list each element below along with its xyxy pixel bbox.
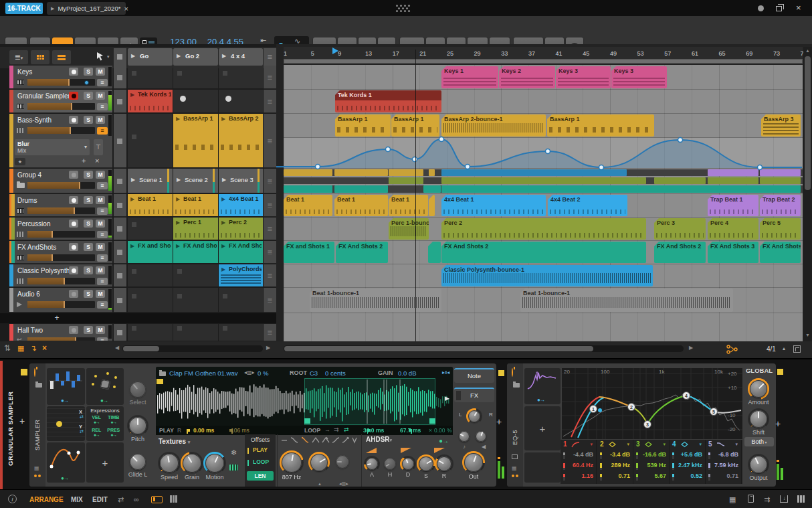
- scene-play-icon[interactable]: ▶: [131, 53, 135, 59]
- clip-slot-empty[interactable]: [173, 264, 218, 287]
- keytrack-amount-knob[interactable]: [459, 431, 470, 442]
- mix-view-button[interactable]: MIX: [71, 496, 83, 503]
- play-end-value[interactable]: 106 ms: [231, 427, 249, 434]
- project-tab-close-icon[interactable]: ×: [124, 5, 128, 13]
- eq5-mod-envelope-tile[interactable]: ●→: [524, 368, 561, 404]
- volume-fader[interactable]: [27, 79, 95, 86]
- glide-knob[interactable]: [130, 454, 146, 470]
- arranger-clip[interactable]: Beat 1-bounce-1: [520, 288, 733, 312]
- filter-freq-knob[interactable]: [282, 452, 302, 473]
- sampler-device-name[interactable]: SAMPLER: [34, 410, 41, 450]
- window-close-icon[interactable]: ×: [796, 3, 801, 13]
- expression-rel[interactable]: REL●→: [88, 428, 105, 440]
- auto-zoom-icon[interactable]: ▸‖◂: [442, 369, 449, 375]
- velocity-keyboard-icon[interactable]: ◂▥▸: [244, 369, 255, 375]
- arranger-clip[interactable]: Tek Kords 1: [335, 90, 441, 112]
- launcher-clip[interactable]: ▶FX And Sho...: [173, 241, 218, 264]
- record-arm-button[interactable]: [69, 266, 78, 274]
- pitch-knob[interactable]: [129, 417, 146, 434]
- project-tab[interactable]: ▶ MyProject_16T_2020* ×: [47, 2, 126, 15]
- automation-pin-button[interactable]: ⊤: [94, 139, 103, 155]
- arranger-scroll-right-icon[interactable]: ▶: [689, 345, 693, 351]
- keytrack-icon[interactable]: [229, 464, 238, 471]
- eq5-preset-icon[interactable]: [513, 383, 520, 388]
- volume-fader[interactable]: [27, 127, 95, 134]
- clip-menu-cell[interactable]: ≣: [264, 169, 276, 193]
- app-tab[interactable]: 16-TRACK: [5, 3, 43, 14]
- clip-menu-cell[interactable]: ≣: [264, 241, 276, 264]
- record-arm-button[interactable]: [69, 116, 78, 124]
- select-knob[interactable]: [130, 382, 146, 398]
- offset-play[interactable]: PLAY: [247, 446, 273, 455]
- env-r-knob[interactable]: [437, 456, 451, 471]
- launcher-hscrollbar[interactable]: [122, 345, 263, 352]
- track-menu-button[interactable]: ≡: [97, 254, 108, 262]
- gain-value[interactable]: 0.0 dB: [398, 369, 416, 377]
- arranger-clip[interactable]: Beat 1: [389, 195, 428, 216]
- arranger-clip[interactable]: Perc 3: [654, 218, 706, 240]
- track-row[interactable]: Granular SamplerSM≡: [9, 90, 112, 113]
- single-panel-layout-icon[interactable]: [151, 496, 163, 503]
- clip-play-icon[interactable]: ▶: [221, 116, 225, 122]
- track-menu-button[interactable]: ≡: [97, 207, 108, 215]
- dual-display-icon[interactable]: ⇄: [118, 495, 124, 504]
- solo-button[interactable]: S: [84, 171, 93, 179]
- speed-knob[interactable]: [160, 454, 179, 473]
- motion-knob[interactable]: [205, 454, 224, 473]
- arranger-zoombar[interactable]: [284, 59, 803, 64]
- clip-menu-cell[interactable]: ≣: [264, 90, 276, 113]
- scroll-down-icon[interactable]: ▼: [805, 333, 810, 337]
- clip-play-icon[interactable]: ▶: [221, 243, 225, 249]
- track-scroll-swap-icon[interactable]: ⇅: [4, 343, 11, 353]
- group-clip-segment[interactable]: [441, 185, 801, 193]
- clip-stop-cell[interactable]: [114, 241, 126, 264]
- eq-band-q-value[interactable]: 0.71: [618, 473, 630, 479]
- mod-add-tile[interactable]: +: [86, 442, 124, 483]
- scene-play-icon[interactable]: ▶: [177, 177, 181, 183]
- group-clip-segment[interactable]: [760, 169, 801, 176]
- clip-stop-cell[interactable]: [114, 288, 126, 313]
- eq-band-gain-value[interactable]: -3.4 dB: [610, 451, 630, 458]
- eq-band-handle[interactable]: 5: [710, 408, 718, 416]
- arranger-hscrollbar[interactable]: [284, 345, 684, 352]
- mod-random-tile[interactable]: ●→: [86, 368, 124, 405]
- group-clip-segment[interactable]: [441, 177, 646, 184]
- clip-slot-empty[interactable]: [173, 324, 218, 341]
- eq-band-selector[interactable]: 4▾: [670, 440, 705, 450]
- arranger-hscrollbar-thumb[interactable]: [284, 346, 593, 351]
- clip-slot-record[interactable]: [219, 90, 263, 113]
- eq5-device-name[interactable]: EQ-5: [512, 416, 518, 445]
- eq-band-q-value[interactable]: 0.52: [690, 473, 702, 479]
- clip-stop-cell[interactable]: [114, 169, 126, 193]
- eq-band-freq-value[interactable]: 2.47 kHz: [678, 462, 702, 469]
- track-row[interactable]: Audio 6SM≡: [9, 288, 112, 313]
- eq5-remote-grid-icon[interactable]: ▦: [512, 465, 517, 471]
- clip-slot-empty[interactable]: [173, 66, 218, 89]
- group-clip-segment[interactable]: [389, 177, 423, 184]
- launcher-clip[interactable]: ▶BassArp 2: [219, 114, 263, 168]
- clip-slot-empty[interactable]: [128, 114, 173, 168]
- arranger-clip[interactable]: FX And Shots 2: [654, 242, 706, 263]
- solo-button[interactable]: S: [84, 68, 93, 76]
- clip-slot-empty[interactable]: [219, 288, 263, 313]
- eq5-mod-empty-tile[interactable]: [524, 452, 561, 483]
- mod-xy-tile[interactable]: X ⇄ Y ⇄: [47, 406, 85, 441]
- arranger-clip[interactable]: FX and Shots 1: [284, 242, 334, 263]
- arranger-clip[interactable]: [428, 242, 441, 263]
- scene-header-3[interactable]: ▶4 x 4: [219, 48, 263, 66]
- arranger-clip[interactable]: BassArp 3: [761, 114, 801, 137]
- track-row[interactable]: Group 4SM≡: [9, 169, 112, 193]
- launcher-clip[interactable]: ▶BassArp 1: [173, 114, 218, 168]
- volume-fader[interactable]: [27, 231, 95, 238]
- clip-play-icon[interactable]: ▶: [130, 243, 134, 249]
- eq-band-selector[interactable]: 2▾: [597, 440, 633, 450]
- record-arm-button[interactable]: [69, 290, 78, 298]
- device-chain-add-right[interactable]: +: [775, 418, 781, 429]
- clip-menu-cell[interactable]: ≣: [264, 324, 276, 341]
- arranger-clip[interactable]: Classic Polysynth-bounce-1: [441, 265, 653, 286]
- volume-fader[interactable]: [27, 278, 95, 284]
- env-a-knob[interactable]: [366, 458, 378, 470]
- clip-play-icon[interactable]: ▶: [176, 243, 180, 249]
- group-clip-segment[interactable]: [284, 185, 332, 193]
- volume-fader[interactable]: [27, 182, 95, 189]
